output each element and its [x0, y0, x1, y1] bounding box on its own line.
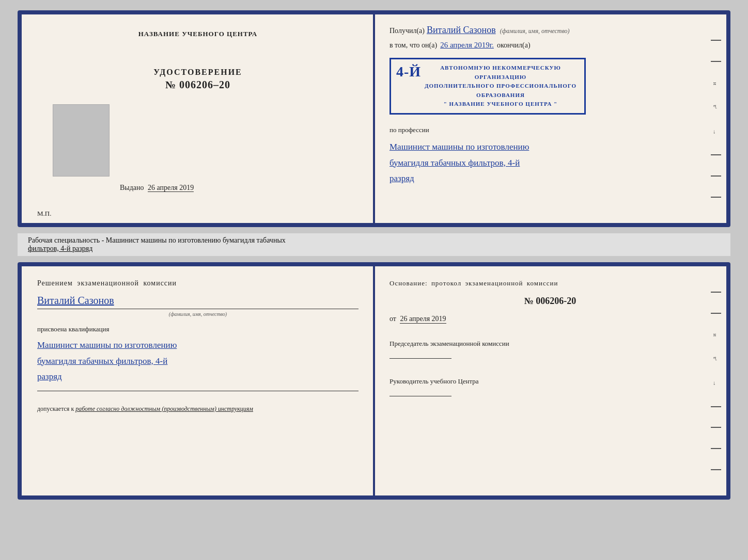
qual-line1: Машинист машины по изготовлению: [37, 338, 359, 354]
deco-dash-5: [711, 197, 721, 198]
dopusk-text: работе согласно должностным (производств…: [75, 405, 253, 412]
right-decorative: и ,а ←: [711, 30, 721, 207]
bottom-document: Решением экзаменационной комиссии Витали…: [18, 262, 730, 500]
bottom-right-decorative: и ,а ←: [711, 282, 721, 480]
profession-block: Машинист машины по изготовлению бумагидл…: [389, 139, 711, 187]
deco-text-i: и: [711, 82, 721, 85]
po-professii-label: по профессии: [389, 126, 711, 134]
qual-bottom-line: [37, 391, 359, 391]
vtom-prefix: в том, что он(а): [389, 41, 437, 50]
protocol-date: 26 апреля 2019: [400, 315, 446, 324]
middle-text-1: Рабочая специальность - Машинист машины …: [28, 236, 720, 245]
vydano-line: Выдано 26 апреля 2019: [120, 184, 194, 192]
stamp-line2: ДОПОЛНИТЕЛЬНОГО ПРОФЕССИОНАЛЬНОГО ОБРАЗО…: [423, 82, 578, 100]
middle-label: Рабочая специальность - Машинист машины …: [18, 233, 730, 256]
stamp-line1: АВТОНОМНУЮ НЕКОММЕРЧЕСКУЮ ОРГАНИЗАЦИЮ: [423, 63, 578, 82]
name-underline: [37, 309, 359, 309]
predsedatel-sig-line: [389, 358, 451, 359]
bdeco-dash-4: [711, 427, 721, 428]
ot-date-line: от 26 апреля 2019: [389, 315, 711, 323]
vtom-line: в том, что он(а) 26 апреля 2019г. окончи…: [389, 41, 711, 50]
bdeco-text-a: ,а: [711, 357, 721, 361]
qual-line3: разряд: [37, 369, 359, 385]
poluchil-line: Получил(а) Виталий Сазонов (фамилия, имя…: [389, 25, 711, 36]
stamp-box: 4-й АВТОНОМНУЮ НЕКОММЕРЧЕСКУЮ ОРГАНИЗАЦИ…: [389, 58, 586, 115]
protocol-number: № 006206-20: [389, 296, 711, 307]
udostoverenie-title: УДОСТОВЕРЕНИЕ: [153, 68, 242, 77]
profession-line3: разряд: [389, 171, 711, 187]
deco-text-a: ,а: [711, 105, 721, 109]
photo-placeholder: [53, 104, 110, 177]
middle-text-2: фильтров, 4-й разряд: [28, 245, 720, 253]
qual-line2: бумагидля табачных фильтров, 4-й: [37, 354, 359, 370]
vydano-date: 26 апреля 2019: [148, 184, 194, 192]
udostoverenie-number: № 006206–20: [153, 79, 242, 91]
deco-dash-1: [711, 40, 721, 41]
poluchil-label: Получил(а): [389, 27, 425, 35]
bottom-right-panel: Основание: протокол экзаменационной коми…: [374, 266, 726, 495]
dopusk-label: допускается к: [37, 405, 74, 412]
bdeco-dash-1: [711, 292, 721, 293]
bdeco-text-arrow: ←: [711, 380, 721, 386]
completion-date: 26 апреля 2019г.: [440, 41, 494, 50]
predsedatel-block: Председатель экзаменационной комиссии: [389, 340, 711, 361]
top-right-panel: Получил(а) Виталий Сазонов (фамилия, имя…: [374, 14, 726, 223]
udostoverenie-block: УДОСТОВЕРЕНИЕ № 006206–20: [153, 68, 242, 91]
resheniem-title: Решением экзаменационной комиссии: [37, 279, 359, 287]
recipient-name: Виталий Сазонов: [427, 25, 496, 36]
profession-line1: Машинист машины по изготовлению: [389, 139, 711, 155]
top-document: НАЗВАНИЕ УЧЕБНОГО ЦЕНТРА УДОСТОВЕРЕНИЕ №…: [18, 10, 730, 227]
bdeco-dash-2: [711, 313, 721, 314]
dopuskaetsya-block: допускается к работе согласно должностны…: [37, 405, 359, 413]
bottom-left-panel: Решением экзаменационной комиссии Витали…: [22, 266, 374, 495]
deco-dash-3: [711, 154, 721, 155]
osnovanie-label: Основание: протокол экзаменационной коми…: [389, 279, 711, 287]
bdeco-dash-6: [711, 469, 721, 470]
bdeco-dash-5: [711, 448, 721, 449]
rukovoditel-sig-line: [389, 396, 451, 396]
deco-dash-2: [711, 61, 721, 62]
rukovoditel-title: Руководитель учебного Центра: [389, 377, 711, 386]
stamp-line3: " НАЗВАНИЕ УЧЕБНОГО ЦЕНТРА ": [423, 100, 578, 109]
rukovoditel-block: Руководитель учебного Центра: [389, 377, 711, 398]
qualification-block: Машинист машины по изготовлению бумагидл…: [37, 338, 359, 385]
top-left-panel: НАЗВАНИЕ УЧЕБНОГО ЦЕНТРА УДОСТОВЕРЕНИЕ №…: [22, 14, 374, 223]
deco-text-arrow: ←: [711, 129, 721, 135]
profession-line2: бумагидля табачных фильтров, 4-й: [389, 155, 711, 171]
mp-label: М.П.: [37, 210, 51, 218]
stamp-number: 4-й: [396, 60, 421, 84]
bottom-recipient-name: Виталий Сазонов: [37, 295, 114, 306]
deco-dash-4: [711, 175, 721, 177]
bdeco-text-i: и: [711, 333, 721, 337]
ot-prefix: от: [389, 315, 396, 323]
vydano-label: Выдано: [120, 184, 144, 191]
okonchil-label: окончил(а): [497, 41, 531, 50]
predsedatel-title: Председатель экзаменационной комиссии: [389, 340, 711, 348]
center-title: НАЗВАНИЕ УЧЕБНОГО ЦЕНТРА: [138, 30, 258, 38]
bdeco-dash-3: [711, 406, 721, 407]
prisvoena-label: присвоена квалификация: [37, 325, 359, 333]
stamp-content: АВТОНОМНУЮ НЕКОММЕРЧЕСКУЮ ОРГАНИЗАЦИЮ ДО…: [397, 63, 578, 109]
name-subtitle: (фамилия, имя, отчество): [500, 27, 570, 35]
bottom-name-subtitle: (фамилия, имя, отчество): [37, 311, 359, 317]
bottom-name-block: Виталий Сазонов (фамилия, имя, отчество): [37, 295, 359, 317]
